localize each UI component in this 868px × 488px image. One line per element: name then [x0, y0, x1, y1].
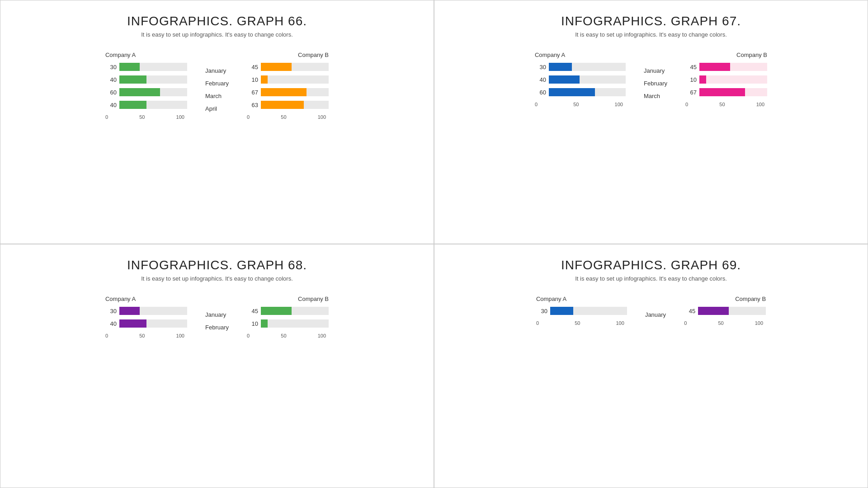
bar-track-b-1-1: [699, 75, 767, 84]
bar-value-b-2-1: 10: [247, 320, 258, 327]
bar-track-a-0-0: [119, 63, 187, 71]
bar-value-a-2-0: 30: [105, 308, 117, 314]
subtitle-graph66: It is easy to set up infographics. It's …: [141, 31, 293, 38]
bar-fill-b-3-0: [698, 307, 729, 315]
subtitle-graph69: It is easy to set up infographics. It's …: [575, 275, 727, 282]
bar-track-a-2-0: [119, 307, 187, 315]
axis-a-graph66: 050100: [105, 114, 184, 120]
label-section-graph66: JanuaryFebruaryMarchApril: [205, 52, 229, 115]
bar-track-b-0-1: [261, 75, 329, 84]
label-section-graph67: JanuaryFebruaryMarch: [644, 52, 667, 102]
bar-track-a-1-0: [549, 63, 626, 71]
company-a-label-graph69: Company A: [536, 296, 627, 302]
chart-area-graph68: Company A3040050100JanuaryFebruaryCompan…: [105, 296, 329, 338]
bar-row-b-3-0: 45: [684, 306, 766, 316]
subtitle-graph68: It is easy to set up infographics. It's …: [141, 275, 293, 282]
bar-fill-a-0-3: [119, 101, 146, 109]
bar-value-a-2-1: 40: [105, 320, 117, 327]
chart-area-graph67: Company A304060050100JanuaryFebruaryMarc…: [535, 52, 767, 107]
title-graph66: INFOGRAPHICS. GRAPH 66.: [127, 14, 307, 28]
bar-value-b-1-0: 45: [685, 64, 697, 70]
bar-track-a-3-0: [550, 307, 627, 315]
bar-fill-a-2-1: [119, 319, 146, 328]
bar-value-b-0-1: 10: [247, 76, 258, 83]
company-a-section-graph69: Company A30050100: [536, 296, 627, 326]
bar-value-b-0-3: 63: [247, 102, 258, 108]
bar-fill-b-0-3: [261, 101, 304, 109]
bar-fill-a-0-1: [119, 75, 146, 84]
chart-area-graph66: Company A30406040050100JanuaryFebruaryMa…: [105, 52, 329, 120]
bar-value-a-1-0: 30: [535, 64, 546, 70]
label-section-graph68: JanuaryFebruary: [205, 296, 229, 333]
bar-track-a-0-2: [119, 88, 187, 96]
cell-graph69: INFOGRAPHICS. GRAPH 69.It is easy to set…: [434, 244, 868, 488]
bar-track-b-0-2: [261, 88, 329, 96]
company-b-label-graph69: Company B: [684, 296, 766, 302]
month-label-1-0: January: [644, 64, 667, 77]
bar-fill-b-1-1: [699, 75, 706, 84]
company-a-label-graph68: Company A: [105, 296, 187, 302]
company-b-label-graph67: Company B: [685, 52, 767, 58]
bar-track-a-2-1: [119, 319, 187, 328]
bar-row-b-0-1: 10: [247, 75, 329, 84]
bar-row-a-0-2: 60: [105, 87, 187, 97]
cell-graph66: INFOGRAPHICS. GRAPH 66.It is easy to set…: [0, 0, 434, 244]
company-b-label-graph66: Company B: [247, 52, 329, 58]
bar-row-b-2-0: 45: [247, 306, 329, 316]
company-b-section-graph68: Company B4510050100: [247, 296, 329, 338]
bar-track-b-2-1: [261, 319, 329, 328]
month-label-2-0: January: [205, 308, 229, 321]
company-a-section-graph68: Company A3040050100: [105, 296, 187, 338]
month-label-2-1: February: [205, 321, 229, 333]
bar-row-b-1-0: 45: [685, 62, 767, 72]
bar-track-b-0-3: [261, 101, 329, 109]
chart-area-graph69: Company A30050100JanuaryCompany B4505010…: [536, 296, 766, 326]
month-label-0-1: February: [205, 77, 229, 89]
bar-track-a-0-1: [119, 75, 187, 84]
month-label-1-1: February: [644, 77, 667, 89]
bar-fill-b-0-0: [261, 63, 292, 71]
cell-graph67: INFOGRAPHICS. GRAPH 67.It is easy to set…: [434, 0, 868, 244]
bar-value-a-0-2: 60: [105, 89, 117, 96]
axis-b-graph68: 050100: [247, 333, 326, 338]
bar-fill-a-0-0: [119, 63, 140, 71]
month-label-0-0: January: [205, 64, 229, 77]
bar-track-a-0-3: [119, 101, 187, 109]
month-label-0-2: March: [205, 89, 229, 102]
bar-fill-a-1-2: [549, 88, 595, 96]
bar-row-b-0-0: 45: [247, 62, 329, 72]
bar-row-b-0-3: 63: [247, 100, 329, 110]
bar-row-b-1-2: 67: [685, 87, 767, 97]
bar-fill-a-1-1: [549, 75, 580, 84]
bar-fill-a-3-0: [550, 307, 573, 315]
bar-row-b-0-2: 67: [247, 87, 329, 97]
bar-value-a-0-0: 30: [105, 64, 117, 70]
bar-track-b-0-0: [261, 63, 329, 71]
axis-a-graph67: 050100: [535, 102, 623, 107]
cell-graph68: INFOGRAPHICS. GRAPH 68.It is easy to set…: [0, 244, 434, 488]
month-label-1-2: March: [644, 89, 667, 102]
title-graph69: INFOGRAPHICS. GRAPH 69.: [561, 258, 741, 272]
bar-fill-b-2-1: [261, 319, 268, 328]
bar-fill-a-1-0: [549, 63, 572, 71]
bar-value-a-1-1: 40: [535, 76, 546, 83]
bar-row-a-1-2: 60: [535, 87, 626, 97]
bar-row-a-2-0: 30: [105, 306, 187, 316]
title-graph67: INFOGRAPHICS. GRAPH 67.: [561, 14, 741, 28]
company-b-label-graph68: Company B: [247, 296, 329, 302]
main-grid: INFOGRAPHICS. GRAPH 66.It is easy to set…: [0, 0, 868, 488]
axis-b-graph67: 050100: [685, 102, 764, 107]
bar-fill-b-1-0: [699, 63, 730, 71]
bar-fill-a-0-2: [119, 88, 160, 96]
bar-row-a-0-3: 40: [105, 100, 187, 110]
bar-row-b-2-1: 10: [247, 319, 329, 328]
bar-track-b-2-0: [261, 307, 329, 315]
company-b-section-graph69: Company B45050100: [684, 296, 766, 326]
bar-value-b-0-0: 45: [247, 64, 258, 70]
company-a-label-graph67: Company A: [535, 52, 626, 58]
bar-row-b-1-1: 10: [685, 75, 767, 84]
bar-value-b-1-1: 10: [685, 76, 697, 83]
axis-a-graph69: 050100: [536, 320, 624, 326]
bar-track-b-3-0: [698, 307, 766, 315]
bar-row-a-1-1: 40: [535, 75, 626, 84]
